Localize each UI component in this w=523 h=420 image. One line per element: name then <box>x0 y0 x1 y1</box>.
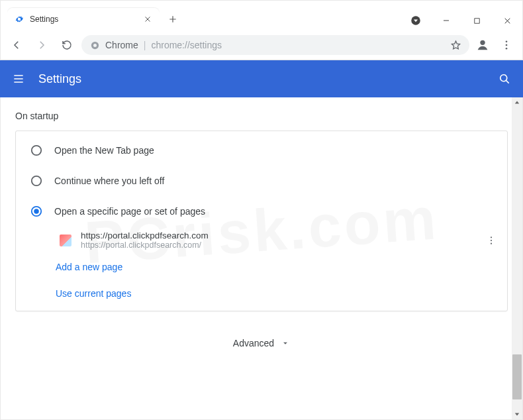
url-path: chrome://settings <box>151 40 222 50</box>
chrome-icon <box>89 40 100 50</box>
maximize-button[interactable] <box>461 11 492 30</box>
svg-point-3 <box>93 44 97 47</box>
url-separator: | <box>144 40 146 50</box>
chevron-down-icon <box>281 339 290 348</box>
close-button[interactable] <box>492 11 522 30</box>
address-bar: Chrome | chrome://settings <box>0 30 523 60</box>
radio-selected-icon <box>30 205 42 217</box>
option-label: Open the New Tab page <box>54 145 493 156</box>
search-icon[interactable] <box>497 71 512 87</box>
tab-title: Settings <box>30 15 137 24</box>
add-new-page-link[interactable]: Add a new page <box>16 254 507 280</box>
url-chip: Chrome <box>105 40 138 50</box>
svg-point-8 <box>500 75 507 81</box>
advanced-label: Advanced <box>233 338 274 348</box>
svg-point-7 <box>506 48 508 50</box>
new-tab-button[interactable] <box>164 10 182 28</box>
startup-option-new-tab[interactable]: Open the New Tab page <box>16 135 507 166</box>
scroll-thumb[interactable] <box>512 354 522 399</box>
appbar-title: Settings <box>38 72 81 86</box>
page-kebab-menu[interactable] <box>483 233 499 248</box>
startup-option-continue[interactable]: Continue where you left off <box>16 166 507 196</box>
svg-point-14 <box>491 239 492 240</box>
minimize-button[interactable] <box>431 11 461 30</box>
svg-point-15 <box>491 242 492 244</box>
svg-point-5 <box>506 40 508 42</box>
startup-option-specific[interactable]: Open a specific page or set of pages <box>16 196 507 227</box>
reload-button[interactable] <box>56 34 77 56</box>
window-controls <box>401 11 522 30</box>
svg-point-4 <box>480 40 485 45</box>
close-icon[interactable] <box>142 14 153 25</box>
scrollbar[interactable] <box>512 97 522 419</box>
scroll-track[interactable] <box>512 108 522 409</box>
page-title: https://portal.clickpdfsearch.com <box>81 231 474 240</box>
profile-avatar[interactable] <box>473 36 492 54</box>
shield-icon[interactable] <box>401 15 431 26</box>
advanced-toggle[interactable]: Advanced <box>15 338 508 348</box>
scroll-down-arrow[interactable] <box>512 409 522 419</box>
svg-point-12 <box>34 209 39 214</box>
url-box[interactable]: Chrome | chrome://settings <box>81 35 469 55</box>
option-label: Open a specific page or set of pages <box>54 206 493 217</box>
svg-point-10 <box>32 176 41 185</box>
radio-icon <box>30 175 42 187</box>
radio-icon <box>30 144 42 156</box>
scroll-up-arrow[interactable] <box>512 97 522 108</box>
back-button[interactable] <box>6 34 27 56</box>
startup-card: Open the New Tab page Continue where you… <box>15 131 508 311</box>
content-area: PCrisk.com On startup Open the New Tab p… <box>0 97 523 420</box>
titlebar: Settings <box>0 0 523 30</box>
option-label: Continue where you left off <box>54 176 493 186</box>
page-favicon <box>60 235 71 246</box>
hamburger-icon[interactable] <box>11 71 26 87</box>
svg-rect-1 <box>474 18 479 23</box>
svg-point-6 <box>506 44 508 46</box>
page-url: https://portal.clickpdfsearch.com/ <box>81 240 474 250</box>
star-icon[interactable] <box>450 39 461 51</box>
forward-button[interactable] <box>31 34 52 56</box>
svg-point-9 <box>32 146 41 155</box>
svg-point-13 <box>491 236 492 238</box>
settings-appbar: Settings <box>0 60 523 97</box>
gear-icon <box>14 14 24 25</box>
use-current-pages-link[interactable]: Use current pages <box>16 280 507 307</box>
section-title: On startup <box>15 111 508 121</box>
kebab-menu[interactable] <box>496 34 517 56</box>
browser-tab[interactable]: Settings <box>7 8 160 30</box>
startup-page-item: https://portal.clickpdfsearch.com https:… <box>16 227 507 254</box>
